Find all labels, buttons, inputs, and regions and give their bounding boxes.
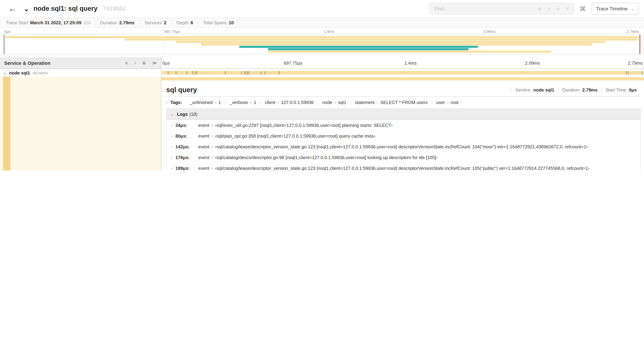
minimap-time-labels: 0μs697.75μs1.4ms2.09ms2.79ms [4, 29, 640, 34]
minimap-span-bar [239, 46, 478, 48]
minimap-graph[interactable] [4, 34, 640, 54]
time-tick-label: 2.79ms [627, 30, 639, 34]
summary-item: Duration 2.79ms [96, 20, 140, 25]
find-next-button[interactable]: ∨ [554, 6, 563, 11]
chevron-down-icon: ∨ [125, 60, 128, 66]
minimap-right-scrubber[interactable] [640, 35, 640, 54]
meta-label: Service: [515, 87, 532, 92]
expand-one-button[interactable]: › [134, 61, 136, 65]
log-entry[interactable]: › 80μs: event = ‹sql/plan_opt.go:358 [ns… [166, 131, 640, 141]
timeline-header-row: Service & Operation ∨ › ⇊ ≫ 0μs697.75μs1… [0, 57, 644, 69]
top-bar-actions: ⊕ ∧ ∨ ✕ ⌘ Trace Timeline ⌄ [429, 3, 638, 15]
minimap-span-bar [5, 36, 639, 38]
equals-sign: = [209, 123, 215, 128]
tags-row[interactable]: › Tags: _unfinished = 1 _verbose [166, 97, 640, 108]
time-tick-label: 697.75μs [164, 30, 180, 34]
summary-item: Trace Start March 31 2022, 17:25:09 .326 [2, 20, 96, 25]
tag-value: 1 [218, 100, 221, 105]
log-marker-tick [248, 71, 249, 75]
log-entry[interactable]: › 142μs: event = ‹sql/catalog/lease/desc… [166, 141, 640, 152]
logs-list: › 34μs: event = ‹sql/exec_util.go:2297 [… [166, 120, 640, 171]
logs-header[interactable]: ⌄ Logs (18) [166, 109, 640, 120]
chevron-right-icon: › [134, 60, 136, 66]
find-prev-button[interactable]: ∧ [544, 6, 554, 11]
summary-label: Total Spans [203, 20, 226, 25]
back-arrow-icon: ← [8, 4, 16, 13]
log-entry[interactable]: › 189μs: event = ‹sql/catalog/lease/desc… [166, 163, 640, 171]
time-tick-label: 2.09ms [483, 30, 496, 34]
keyboard-shortcuts-button[interactable]: ⌘ [580, 5, 586, 12]
time-tick-label: 2.79ms [628, 60, 642, 66]
minimap-left-scrubber[interactable] [4, 35, 4, 54]
tag-key: statement [355, 100, 375, 105]
log-marker-tick [261, 71, 262, 75]
summary-value: 2.79ms [119, 20, 134, 25]
log-marker-tick [197, 71, 197, 75]
summary-label: Depth [176, 20, 188, 25]
logs-title: Logs [177, 112, 188, 117]
focus-icon: ⊕ [538, 6, 542, 12]
tag-item: node = sql1 [318, 100, 351, 105]
log-field-key: event [198, 166, 209, 171]
trace-timeline-dropdown[interactable]: Trace Timeline ⌄ [592, 3, 638, 15]
span-row-timeline-cell [161, 69, 644, 77]
page-title: node sql1: sql query [34, 5, 98, 13]
double-chevron-right-icon: ≫ [152, 60, 157, 66]
tag-value: 1 [254, 100, 256, 105]
log-marker-tick [265, 71, 266, 75]
log-field-key: event [198, 144, 209, 149]
chevron-down-icon[interactable]: ⌄ [3, 71, 6, 75]
collapse-all-button[interactable]: ⇊ [142, 61, 146, 65]
log-marker-tick [279, 71, 280, 75]
span-detail-panel: sql query Service: node sql1 Duration: 2… [161, 81, 644, 171]
detail-meta-item: Service: node sql1 [511, 87, 558, 92]
trace-minimap: 0μs697.75μs1.4ms2.09ms2.79ms [0, 28, 644, 57]
service-operation-header: Service & Operation ∨ › ⇊ ≫ [0, 57, 161, 69]
expand-all-button[interactable]: ≫ [152, 61, 157, 65]
chevron-down-icon: ∨ [556, 6, 560, 12]
log-marker-tick [242, 71, 242, 75]
tag-item: client = 127.0.0.1:59936 [261, 100, 318, 105]
log-marker-tick [642, 71, 642, 75]
log-field-value: ‹sql/plan_opt.go:358 [nsql1,client=127.0… [215, 133, 376, 139]
log-marker-tick [225, 71, 226, 75]
trace-collapse-toggle[interactable]: ⌄ [23, 5, 30, 12]
find-input[interactable] [431, 6, 535, 12]
log-event: event = ‹sql/catalog/descs/descriptor.go… [198, 155, 437, 160]
detail-meta: Service: node sql1 Duration: 2.79ms Star… [511, 87, 640, 92]
service-color-stripe [3, 77, 10, 81]
detail-section: sql query Service: node sql1 Duration: 2… [0, 81, 644, 171]
find-clear-button[interactable]: ✕ [563, 6, 572, 11]
collapse-one-button[interactable]: ∨ [125, 61, 128, 65]
log-field-value: ‹sql/catalog/lease/descriptor_version_st… [215, 144, 588, 149]
tag-item: _unfinished = 1 [186, 100, 225, 105]
back-button[interactable]: ← [6, 5, 20, 13]
tag-key: _verbose [230, 100, 248, 105]
log-timestamp: 189μs: [175, 166, 198, 171]
summary-value: 2 [164, 20, 166, 25]
log-event: event = ‹sql/exec_util.go:2297 [nsql1,cl… [198, 123, 393, 128]
summary-item: Services 2 [140, 20, 172, 25]
equals-sign: = [209, 156, 215, 160]
tag-value: 127.0.0.1:59936 [281, 100, 314, 105]
find-focus-button[interactable]: ⊕ [535, 6, 544, 11]
logs-section: ⌄ Logs (18) › 34μs: event = [166, 109, 640, 171]
log-field-key: event [198, 155, 209, 160]
equals-sign: = [209, 134, 215, 138]
time-tick-label: 697.75μs [284, 60, 302, 66]
span-row-name-cell[interactable]: ⌄ node sql1 sql query [0, 69, 161, 77]
log-marker-tick [176, 71, 176, 75]
tags-list: _unfinished = 1 _verbose = 1 [186, 100, 462, 105]
time-tick-label: 0μs [4, 30, 11, 34]
tag-key: node [322, 100, 332, 105]
tag-value: SELECT * FROM users [380, 100, 428, 105]
summary-label: Trace Start [6, 20, 28, 25]
log-entry[interactable]: › 176μs: event = ‹sql/catalog/descs/desc… [166, 152, 640, 163]
minimap-span-bar [176, 41, 605, 43]
log-event: event = ‹sql/catalog/lease/descriptor_ve… [198, 166, 590, 171]
span-duration-bar[interactable] [162, 71, 643, 75]
detail-header: sql query Service: node sql1 Duration: 2… [166, 83, 640, 96]
meta-value: 0μs [629, 87, 637, 92]
tag-key: client [265, 100, 276, 105]
log-entry[interactable]: › 34μs: event = ‹sql/exec_util.go:2297 [… [166, 120, 640, 131]
